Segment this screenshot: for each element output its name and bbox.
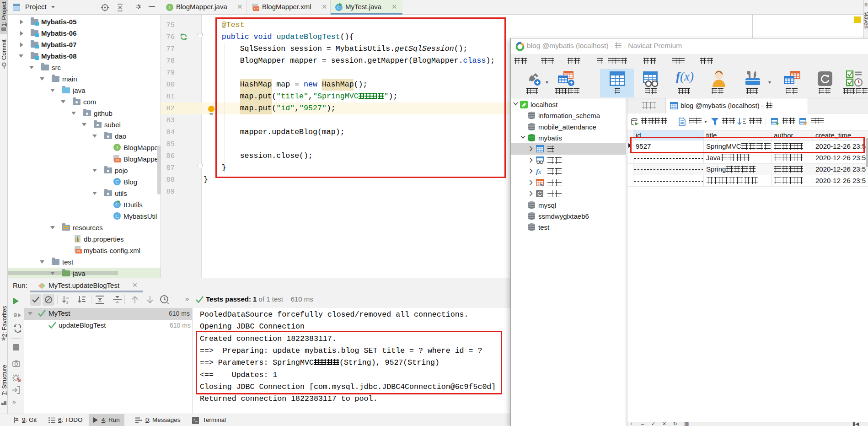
svg-text:9: 9: [14, 312, 17, 318]
svg-text:z: z: [66, 300, 69, 304]
svg-text:a: a: [66, 296, 69, 300]
